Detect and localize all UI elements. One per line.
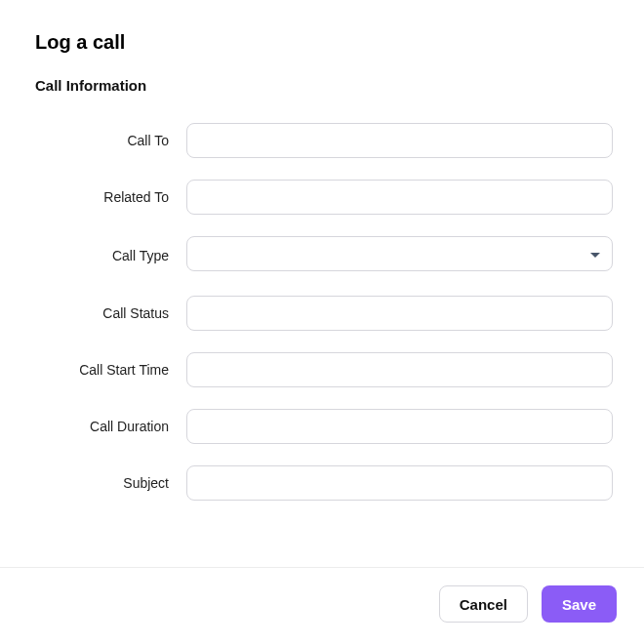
dialog-title: Log a call <box>35 31 609 54</box>
row-call-type: Call Type <box>35 236 613 274</box>
row-related-to: Related To <box>35 180 613 215</box>
dialog-footer: Cancel Save <box>0 567 644 644</box>
input-call-duration[interactable] <box>186 409 613 444</box>
row-call-status: Call Status <box>35 296 613 331</box>
save-button[interactable]: Save <box>542 585 617 623</box>
form-body[interactable]: Call To Related To Call Type <box>0 101 636 567</box>
label-call-to: Call To <box>35 133 186 148</box>
label-call-duration: Call Duration <box>35 419 186 434</box>
input-call-to[interactable] <box>186 123 613 158</box>
input-call-start-time[interactable] <box>186 352 613 387</box>
log-call-dialog: Log a call Call Information Call To Rela… <box>0 0 644 644</box>
section-title: Call Information <box>0 65 644 101</box>
row-call-to: Call To <box>35 123 613 158</box>
label-related-to: Related To <box>35 189 186 205</box>
select-call-type[interactable] <box>186 236 613 274</box>
row-call-start-time: Call Start Time <box>35 352 613 387</box>
cancel-button[interactable]: Cancel <box>439 585 528 623</box>
label-call-type: Call Type <box>35 248 186 263</box>
row-subject: Subject <box>35 465 613 501</box>
input-related-to[interactable] <box>186 180 613 215</box>
label-call-start-time: Call Start Time <box>35 362 186 378</box>
label-subject: Subject <box>35 475 186 491</box>
row-call-duration: Call Duration <box>35 409 613 444</box>
input-call-status[interactable] <box>186 296 613 331</box>
select-call-type-button[interactable] <box>186 236 613 271</box>
dialog-header: Log a call <box>0 0 644 65</box>
label-call-status: Call Status <box>35 305 186 321</box>
input-subject[interactable] <box>186 465 613 501</box>
